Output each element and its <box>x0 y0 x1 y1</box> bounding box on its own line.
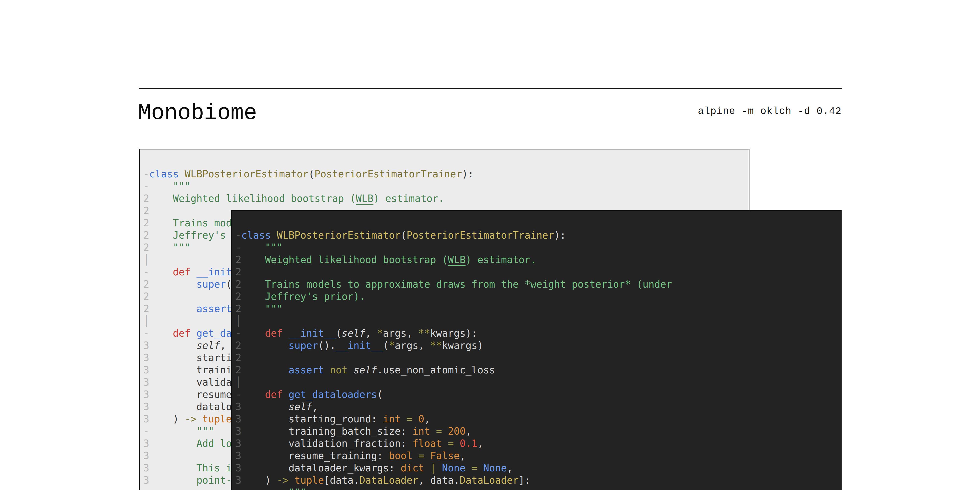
code-token: get_dataloaders <box>289 389 377 400</box>
code-token: = <box>406 413 412 425</box>
code-token: , <box>466 426 471 437</box>
code-token <box>424 462 430 474</box>
code-token: , <box>507 462 513 474</box>
gutter-glyph: - <box>235 242 241 253</box>
code-token: """ <box>289 487 306 490</box>
code-token: None <box>442 462 466 474</box>
code-token: 0 <box>418 413 424 425</box>
code-token: ( <box>336 328 342 339</box>
code-token: Weighted likelihood bootstrap ( <box>173 193 356 204</box>
code-token <box>412 450 418 461</box>
code-token: ) estimator. <box>373 193 444 204</box>
code-token: tuple <box>202 413 232 425</box>
code-token <box>241 389 265 400</box>
code-token <box>241 487 289 490</box>
code-token <box>149 229 173 241</box>
code-token: False <box>430 450 460 461</box>
code-line: -class WLBPosteriorEstimator(PosteriorEs… <box>143 168 749 180</box>
code-token: 0.1 <box>460 438 477 449</box>
code-token: -> <box>277 474 289 486</box>
code-line: 3 self, <box>235 401 841 413</box>
gutter-glyph: 2 <box>143 303 149 314</box>
gutter-glyph: 2 <box>235 340 241 351</box>
top-rule <box>139 88 842 89</box>
code-token: """ <box>173 181 190 192</box>
gutter-glyph: - <box>143 266 149 278</box>
code-token: , <box>424 413 430 425</box>
code-line: 2 assert not self.use_non_atomic_loss <box>235 364 841 376</box>
gutter-glyph: 3 <box>143 352 149 363</box>
code-token <box>149 328 173 339</box>
code-token: assert <box>196 303 232 314</box>
code-line: - """ <box>235 241 841 254</box>
gutter-glyph: - <box>143 168 149 180</box>
gutter-glyph: 3 <box>235 462 241 474</box>
gutter-glyph: 3 <box>143 474 149 486</box>
code-line: 3 validation_fraction: float = 0.1, <box>235 438 841 450</box>
code-token: """ <box>265 303 283 314</box>
code-token: ** <box>418 328 430 339</box>
code-token: * <box>377 328 383 339</box>
code-token: DataLoader <box>360 474 418 486</box>
gutter-glyph: 2 <box>235 254 241 265</box>
code-token: Weighted likelihood bootstrap ( <box>265 254 448 265</box>
code-token: self <box>289 401 312 412</box>
code-token: dict <box>401 462 424 474</box>
code-token: ) estimator. <box>466 254 536 265</box>
code-token <box>412 413 418 425</box>
code-token <box>149 193 173 204</box>
code-line: 2 Weighted likelihood bootstrap (WLB) es… <box>143 192 749 205</box>
code-line: - """ <box>235 486 841 490</box>
gutter-glyph: 3 <box>143 364 149 375</box>
code-token: ( <box>401 229 406 241</box>
code-token <box>241 254 265 265</box>
gutter-glyph: │ <box>143 254 149 265</box>
code-line: 2 <box>235 352 841 364</box>
code-token <box>241 328 265 339</box>
code-token: __init__ <box>336 340 383 351</box>
code-token <box>442 426 448 437</box>
code-token: super <box>196 278 226 290</box>
code-token: | <box>430 462 436 474</box>
code-token: = <box>471 462 477 474</box>
gutter-glyph: │ <box>235 315 241 326</box>
code-token: , data. <box>418 474 460 486</box>
code-token: bool <box>389 450 412 461</box>
gutter-glyph: 3 <box>235 450 241 461</box>
code-line: 3 starting_round: int = 0, <box>235 413 841 425</box>
code-token <box>348 364 353 375</box>
code-token: ) <box>149 413 185 425</box>
code-token: kwargs): <box>430 328 477 339</box>
code-token <box>324 364 330 375</box>
code-token: ( <box>309 168 314 180</box>
code-token <box>241 303 265 314</box>
gutter-glyph: 3 <box>143 340 149 351</box>
code-token <box>442 438 448 449</box>
code-token <box>430 426 436 437</box>
code-token: , <box>365 328 377 339</box>
code-token: PosteriorEstimatorTrainer <box>314 168 462 180</box>
code-token: int <box>412 426 430 437</box>
code-token: tuple <box>294 474 324 486</box>
gutter-glyph: 3 <box>143 377 149 388</box>
code-token: self <box>342 328 365 339</box>
gutter-glyph: 2 <box>235 291 241 302</box>
code-token: , <box>312 401 318 412</box>
code-token: dataloader_kwargs: <box>241 462 401 474</box>
code-token: assert <box>289 364 324 375</box>
code-token <box>283 389 289 400</box>
code-token: This i <box>196 462 232 474</box>
code-token <box>149 242 173 253</box>
code-line: -class WLBPosteriorEstimator(PosteriorEs… <box>235 229 841 241</box>
code-panel-dark: -class WLBPosteriorEstimator(PosteriorEs… <box>231 210 842 490</box>
code-token: 200 <box>448 426 466 437</box>
code-token: point- <box>196 474 232 486</box>
code-token: """ <box>173 242 190 253</box>
code-token <box>149 426 196 437</box>
code-token <box>289 474 294 486</box>
code-token: PosteriorEstimatorTrainer <box>406 229 554 241</box>
code-token: training_batch_size: <box>241 426 412 437</box>
code-line: 3 dataloader_kwargs: dict | None = None, <box>235 462 841 474</box>
page-title: Monobiome <box>138 102 257 124</box>
code-token <box>477 462 483 474</box>
